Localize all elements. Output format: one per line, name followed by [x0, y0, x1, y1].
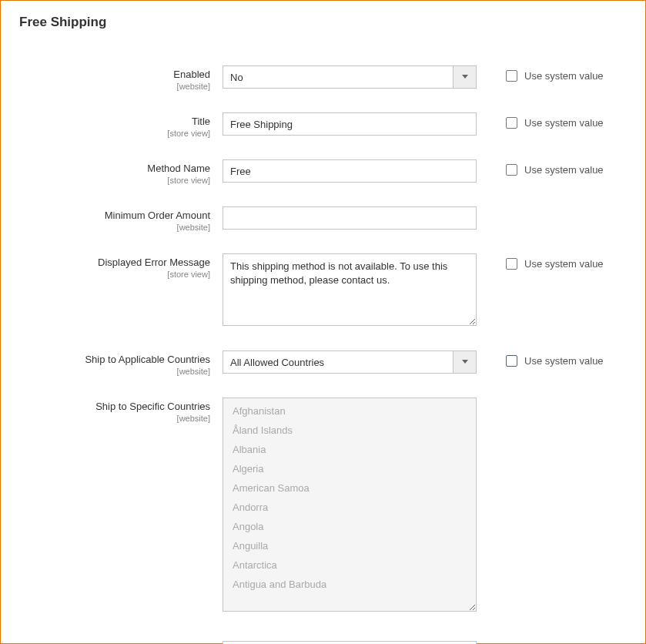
use-system-label: Use system value: [524, 70, 604, 82]
use-system-label: Use system value: [524, 355, 604, 367]
row-sort-order: Sort Order website: [19, 641, 627, 644]
applicable-value: All Allowed Countries: [223, 351, 453, 373]
dropdown-icon: [453, 66, 476, 88]
label-error-msg: Displayed Error Message: [19, 257, 210, 268]
country-option[interactable]: Åland Islands: [223, 421, 476, 440]
country-option[interactable]: Antarctica: [223, 555, 476, 575]
country-option[interactable]: Angola: [223, 517, 476, 536]
row-enabled: Enabled website No Use system value: [19, 65, 627, 91]
specific-countries-multiselect[interactable]: AfghanistanÅland IslandsAlbaniaAlgeriaAm…: [223, 397, 477, 612]
use-system-applicable-checkbox[interactable]: [506, 355, 517, 367]
label-min-order: Minimum Order Amount: [19, 210, 210, 221]
label-method-name: Method Name: [19, 163, 210, 174]
country-option[interactable]: Antigua and Barbuda: [223, 575, 476, 594]
row-method-name: Method Name store view Use system value: [19, 159, 627, 185]
dropdown-icon: [453, 351, 476, 373]
use-system-error-checkbox[interactable]: [506, 258, 517, 270]
label-enabled: Enabled: [19, 69, 210, 80]
label-applicable: Ship to Applicable Countries: [19, 354, 210, 365]
scope-error-msg: store view: [19, 270, 210, 279]
row-min-order: Minimum Order Amount website: [19, 206, 627, 232]
scope-applicable: website: [19, 367, 210, 376]
country-option[interactable]: Anguilla: [223, 536, 476, 555]
enabled-value: No: [223, 66, 453, 88]
row-applicable: Ship to Applicable Countries website All…: [19, 351, 627, 376]
country-option[interactable]: Algeria: [223, 459, 476, 478]
applicable-select[interactable]: All Allowed Countries: [223, 351, 477, 374]
title-input[interactable]: [223, 112, 477, 136]
scope-method-name: store view: [19, 176, 210, 185]
label-title: Title: [19, 116, 210, 127]
use-system-label: Use system value: [524, 258, 604, 270]
use-system-method-checkbox[interactable]: [506, 164, 517, 176]
label-specific: Ship to Specific Countries: [19, 401, 210, 412]
row-specific: Ship to Specific Countries website Afgha…: [19, 397, 627, 612]
sort-order-input[interactable]: [223, 641, 477, 644]
enabled-select[interactable]: No: [223, 65, 477, 89]
scope-specific: website: [19, 414, 210, 423]
scope-enabled: website: [19, 82, 210, 91]
section-title: Free Shipping: [19, 15, 627, 30]
config-panel: Free Shipping Enabled website No Use sys…: [0, 0, 646, 644]
country-option[interactable]: Albania: [223, 440, 476, 459]
use-system-title-checkbox[interactable]: [506, 117, 517, 129]
row-title: Title store view Use system value: [19, 112, 627, 138]
error-msg-textarea[interactable]: This shipping method is not available. T…: [223, 253, 477, 326]
use-system-label: Use system value: [524, 164, 604, 176]
country-option[interactable]: American Samoa: [223, 478, 476, 498]
scope-min-order: website: [19, 223, 210, 232]
scope-title: store view: [19, 129, 210, 138]
min-order-input[interactable]: [223, 206, 477, 230]
country-option[interactable]: Afghanistan: [223, 401, 476, 421]
method-name-input[interactable]: [223, 159, 477, 183]
row-error-msg: Displayed Error Message store view This …: [19, 253, 627, 329]
use-system-label: Use system value: [524, 117, 604, 129]
country-option[interactable]: Andorra: [223, 498, 476, 517]
use-system-enabled-checkbox[interactable]: [506, 70, 517, 82]
